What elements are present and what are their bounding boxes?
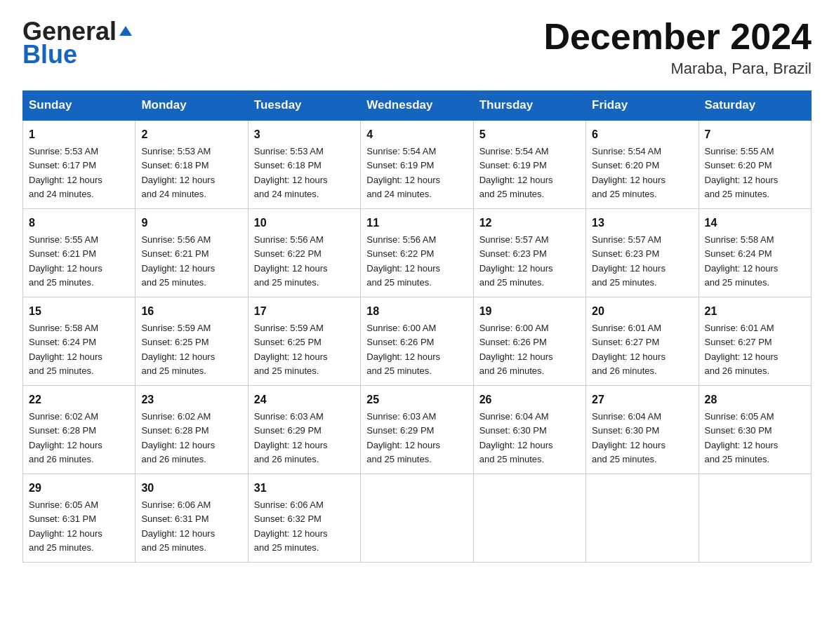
day-number: 7 xyxy=(705,126,805,143)
header-thursday: Thursday xyxy=(473,91,585,121)
day-info: Sunrise: 5:56 AMSunset: 6:21 PMDaylight:… xyxy=(141,234,215,288)
day-number: 10 xyxy=(254,215,355,232)
calendar-day-cell: 19 Sunrise: 6:00 AMSunset: 6:26 PMDaylig… xyxy=(473,297,585,386)
day-number: 5 xyxy=(479,126,580,143)
calendar-day-cell: 14 Sunrise: 5:58 AMSunset: 6:24 PMDaylig… xyxy=(699,209,811,297)
calendar-table: Sunday Monday Tuesday Wednesday Thursday… xyxy=(22,90,812,563)
calendar-week-row: 1 Sunrise: 5:53 AMSunset: 6:17 PMDayligh… xyxy=(23,120,812,209)
calendar-day-cell: 9 Sunrise: 5:56 AMSunset: 6:21 PMDayligh… xyxy=(135,209,248,297)
month-title: December 2024 xyxy=(543,17,812,57)
calendar-day-cell: 31 Sunrise: 6:06 AMSunset: 6:32 PMDaylig… xyxy=(248,474,360,563)
calendar-day-cell: 7 Sunrise: 5:55 AMSunset: 6:20 PMDayligh… xyxy=(699,120,811,209)
calendar-day-cell: 13 Sunrise: 5:57 AMSunset: 6:23 PMDaylig… xyxy=(586,209,699,297)
day-number: 11 xyxy=(366,215,467,232)
day-info: Sunrise: 6:06 AMSunset: 6:31 PMDaylight:… xyxy=(141,499,215,553)
day-number: 9 xyxy=(141,215,241,232)
calendar-day-cell: 15 Sunrise: 5:58 AMSunset: 6:24 PMDaylig… xyxy=(23,297,135,386)
calendar-week-row: 22 Sunrise: 6:02 AMSunset: 6:28 PMDaylig… xyxy=(23,386,812,474)
day-number: 6 xyxy=(592,126,692,143)
logo-triangle-icon xyxy=(118,23,133,39)
day-info: Sunrise: 6:01 AMSunset: 6:27 PMDaylight:… xyxy=(592,323,666,376)
calendar-day-cell: 21 Sunrise: 6:01 AMSunset: 6:27 PMDaylig… xyxy=(699,297,811,386)
calendar-day-cell: 28 Sunrise: 6:05 AMSunset: 6:30 PMDaylig… xyxy=(699,386,811,474)
calendar-day-cell xyxy=(361,474,473,563)
calendar-day-cell: 10 Sunrise: 5:56 AMSunset: 6:22 PMDaylig… xyxy=(248,209,360,297)
day-number: 24 xyxy=(254,391,355,408)
day-info: Sunrise: 6:02 AMSunset: 6:28 PMDaylight:… xyxy=(141,411,215,464)
day-number: 13 xyxy=(592,215,692,232)
day-number: 29 xyxy=(29,480,129,497)
day-info: Sunrise: 6:06 AMSunset: 6:32 PMDaylight:… xyxy=(254,499,328,553)
day-info: Sunrise: 5:58 AMSunset: 6:24 PMDaylight:… xyxy=(29,323,102,376)
calendar-day-cell xyxy=(586,474,699,563)
day-info: Sunrise: 5:56 AMSunset: 6:22 PMDaylight:… xyxy=(366,234,440,288)
day-number: 4 xyxy=(366,126,467,143)
calendar-day-cell: 23 Sunrise: 6:02 AMSunset: 6:28 PMDaylig… xyxy=(135,386,248,474)
calendar-day-cell: 29 Sunrise: 6:05 AMSunset: 6:31 PMDaylig… xyxy=(23,474,135,563)
calendar-day-cell: 20 Sunrise: 6:01 AMSunset: 6:27 PMDaylig… xyxy=(586,297,699,386)
day-number: 8 xyxy=(29,215,129,232)
day-info: Sunrise: 6:05 AMSunset: 6:31 PMDaylight:… xyxy=(29,499,102,553)
location-subtitle: Maraba, Para, Brazil xyxy=(543,60,812,78)
calendar-day-cell: 17 Sunrise: 5:59 AMSunset: 6:25 PMDaylig… xyxy=(248,297,360,386)
day-info: Sunrise: 5:58 AMSunset: 6:24 PMDaylight:… xyxy=(705,234,779,288)
day-info: Sunrise: 5:54 AMSunset: 6:20 PMDaylight:… xyxy=(592,146,666,199)
day-number: 16 xyxy=(141,303,241,320)
calendar-week-row: 8 Sunrise: 5:55 AMSunset: 6:21 PMDayligh… xyxy=(23,209,812,297)
svg-marker-0 xyxy=(119,26,132,36)
calendar-week-row: 29 Sunrise: 6:05 AMSunset: 6:31 PMDaylig… xyxy=(23,474,812,563)
calendar-day-cell: 5 Sunrise: 5:54 AMSunset: 6:19 PMDayligh… xyxy=(473,120,585,209)
day-info: Sunrise: 6:00 AMSunset: 6:26 PMDaylight:… xyxy=(366,323,440,376)
day-info: Sunrise: 5:54 AMSunset: 6:19 PMDaylight:… xyxy=(479,146,553,199)
day-info: Sunrise: 6:03 AMSunset: 6:29 PMDaylight:… xyxy=(254,411,328,464)
logo: General Blue xyxy=(22,17,133,67)
calendar-day-cell: 1 Sunrise: 5:53 AMSunset: 6:17 PMDayligh… xyxy=(23,120,135,209)
day-info: Sunrise: 6:00 AMSunset: 6:26 PMDaylight:… xyxy=(479,323,553,376)
day-number: 3 xyxy=(254,126,355,143)
day-number: 22 xyxy=(29,391,129,408)
calendar-day-cell: 26 Sunrise: 6:04 AMSunset: 6:30 PMDaylig… xyxy=(473,386,585,474)
day-number: 1 xyxy=(29,126,129,143)
header-tuesday: Tuesday xyxy=(248,91,360,121)
header-sunday: Sunday xyxy=(23,91,135,121)
day-info: Sunrise: 5:53 AMSunset: 6:18 PMDaylight:… xyxy=(254,146,328,199)
calendar-day-cell: 27 Sunrise: 6:04 AMSunset: 6:30 PMDaylig… xyxy=(586,386,699,474)
day-info: Sunrise: 5:55 AMSunset: 6:21 PMDaylight:… xyxy=(29,234,102,288)
day-info: Sunrise: 6:03 AMSunset: 6:29 PMDaylight:… xyxy=(366,411,440,464)
day-info: Sunrise: 5:57 AMSunset: 6:23 PMDaylight:… xyxy=(592,234,666,288)
header-wednesday: Wednesday xyxy=(361,91,473,121)
day-number: 14 xyxy=(705,215,805,232)
day-number: 17 xyxy=(254,303,355,320)
day-number: 26 xyxy=(479,391,580,408)
calendar-day-cell: 4 Sunrise: 5:54 AMSunset: 6:19 PMDayligh… xyxy=(361,120,473,209)
day-number: 2 xyxy=(141,126,241,143)
day-number: 30 xyxy=(141,480,241,497)
day-info: Sunrise: 6:04 AMSunset: 6:30 PMDaylight:… xyxy=(592,411,666,464)
day-info: Sunrise: 6:05 AMSunset: 6:30 PMDaylight:… xyxy=(705,411,779,464)
day-number: 25 xyxy=(366,391,467,408)
calendar-day-cell: 12 Sunrise: 5:57 AMSunset: 6:23 PMDaylig… xyxy=(473,209,585,297)
day-number: 27 xyxy=(592,391,692,408)
day-number: 19 xyxy=(479,303,580,320)
day-number: 18 xyxy=(366,303,467,320)
calendar-day-cell xyxy=(473,474,585,563)
day-number: 20 xyxy=(592,303,692,320)
day-info: Sunrise: 5:56 AMSunset: 6:22 PMDaylight:… xyxy=(254,234,328,288)
calendar-day-cell: 22 Sunrise: 6:02 AMSunset: 6:28 PMDaylig… xyxy=(23,386,135,474)
header-monday: Monday xyxy=(135,91,248,121)
day-info: Sunrise: 5:53 AMSunset: 6:18 PMDaylight:… xyxy=(141,146,215,199)
day-info: Sunrise: 5:57 AMSunset: 6:23 PMDaylight:… xyxy=(479,234,553,288)
day-info: Sunrise: 6:01 AMSunset: 6:27 PMDaylight:… xyxy=(705,323,779,376)
page-header: General Blue December 2024 Maraba, Para,… xyxy=(22,17,812,78)
day-info: Sunrise: 5:59 AMSunset: 6:25 PMDaylight:… xyxy=(254,323,328,376)
day-info: Sunrise: 5:59 AMSunset: 6:25 PMDaylight:… xyxy=(141,323,215,376)
day-number: 28 xyxy=(705,391,805,408)
calendar-day-cell: 8 Sunrise: 5:55 AMSunset: 6:21 PMDayligh… xyxy=(23,209,135,297)
calendar-day-cell: 30 Sunrise: 6:06 AMSunset: 6:31 PMDaylig… xyxy=(135,474,248,563)
day-info: Sunrise: 6:02 AMSunset: 6:28 PMDaylight:… xyxy=(29,411,102,464)
logo-blue-text: Blue xyxy=(22,42,77,67)
calendar-day-cell: 16 Sunrise: 5:59 AMSunset: 6:25 PMDaylig… xyxy=(135,297,248,386)
calendar-day-cell: 24 Sunrise: 6:03 AMSunset: 6:29 PMDaylig… xyxy=(248,386,360,474)
day-info: Sunrise: 5:53 AMSunset: 6:17 PMDaylight:… xyxy=(29,146,102,199)
calendar-week-row: 15 Sunrise: 5:58 AMSunset: 6:24 PMDaylig… xyxy=(23,297,812,386)
